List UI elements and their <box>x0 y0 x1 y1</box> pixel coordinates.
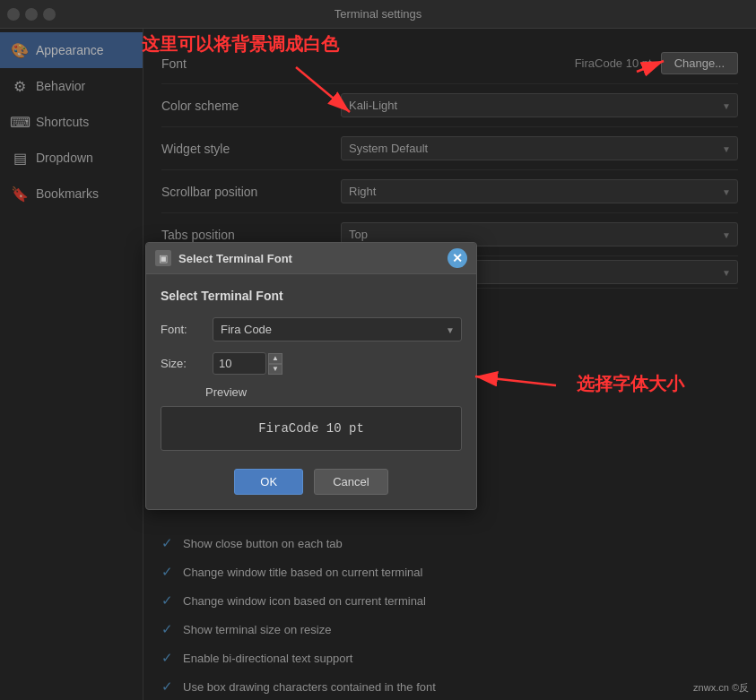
modal-close-button[interactable]: ✕ <box>448 248 467 268</box>
preview-section: Preview FiraCode 10 pt <box>161 385 462 451</box>
modal-font-select-wrapper: Fira Code DejaVu Sans Mono Monospace Cou… <box>213 317 462 341</box>
modal-size-label: Size: <box>161 357 205 370</box>
modal-titlebar: ▣ Select Terminal Font ✕ <box>146 243 476 274</box>
modal-title-left: ▣ Select Terminal Font <box>155 250 292 266</box>
size-down-button[interactable]: ▼ <box>268 364 282 375</box>
modal-window-icon: ▣ <box>155 250 171 266</box>
font-field-row: Font: Fira Code DejaVu Sans Mono Monospa… <box>161 317 462 341</box>
modal-body: Select Terminal Font Font: Fira Code Dej… <box>146 274 476 509</box>
size-input-wrapper: ▲ ▼ <box>213 352 282 375</box>
size-input[interactable] <box>213 352 266 375</box>
watermark-site: znwx.cn <box>693 682 729 693</box>
size-spinners: ▲ ▼ <box>268 353 282 375</box>
modal-title-text: Select Terminal Font <box>178 252 292 265</box>
ok-button[interactable]: OK <box>234 469 303 495</box>
size-field-row: Size: ▲ ▼ <box>161 352 462 375</box>
size-up-button[interactable]: ▲ <box>268 353 282 364</box>
cancel-button[interactable]: Cancel <box>314 469 387 495</box>
modal-buttons: OK Cancel <box>161 465 462 495</box>
watermark-suffix: ©反 <box>732 682 749 693</box>
preview-box: FiraCode 10 pt <box>161 406 462 451</box>
watermark: znwx.cn ©反 <box>693 681 749 695</box>
modal-heading: Select Terminal Font <box>161 289 462 303</box>
modal-font-label: Font: <box>161 323 205 336</box>
modal-font-select[interactable]: Fira Code DejaVu Sans Mono Monospace Cou… <box>213 317 462 341</box>
preview-text: FiraCode 10 pt <box>258 421 364 436</box>
preview-label: Preview <box>205 385 462 399</box>
font-select-dialog: ▣ Select Terminal Font ✕ Select Terminal… <box>145 242 477 510</box>
